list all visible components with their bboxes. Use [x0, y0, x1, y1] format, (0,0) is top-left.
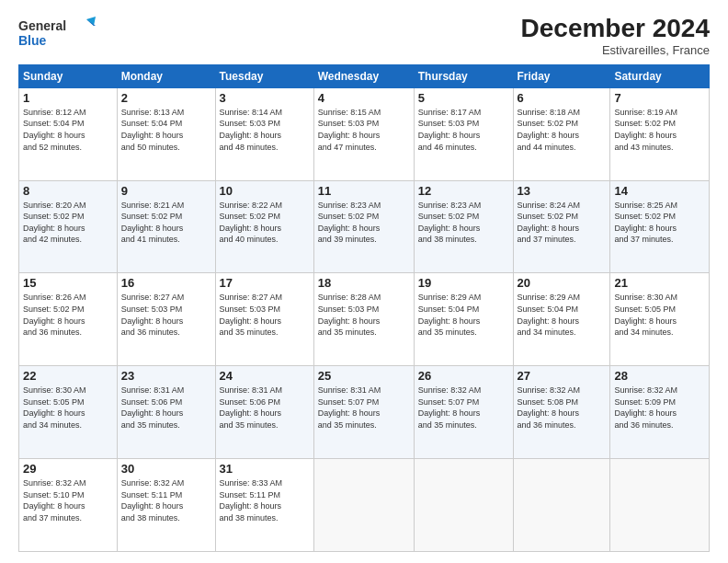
table-row — [414, 459, 513, 552]
logo-svg: General Blue — [18, 15, 101, 52]
table-row: 19Sunrise: 8:29 AMSunset: 5:04 PMDayligh… — [414, 273, 513, 366]
table-row: 27Sunrise: 8:32 AMSunset: 5:08 PMDayligh… — [513, 366, 610, 459]
logo: General Blue — [18, 15, 101, 52]
table-row: 24Sunrise: 8:31 AMSunset: 5:06 PMDayligh… — [215, 366, 313, 459]
col-saturday: Saturday — [610, 64, 710, 87]
table-row: 22Sunrise: 8:30 AMSunset: 5:05 PMDayligh… — [19, 366, 118, 459]
table-row: 13Sunrise: 8:24 AMSunset: 5:02 PMDayligh… — [513, 180, 610, 273]
table-row: 4Sunrise: 8:15 AMSunset: 5:03 PMDaylight… — [313, 87, 414, 180]
table-row: 5Sunrise: 8:17 AMSunset: 5:03 PMDaylight… — [414, 87, 513, 180]
subtitle: Estivareilles, France — [521, 43, 710, 57]
col-sunday: Sunday — [19, 64, 118, 87]
table-row — [610, 459, 710, 552]
header: General Blue December 2024 Estivareilles… — [18, 15, 710, 57]
table-row: 14Sunrise: 8:25 AMSunset: 5:02 PMDayligh… — [610, 180, 710, 273]
table-row: 6Sunrise: 8:18 AMSunset: 5:02 PMDaylight… — [513, 87, 610, 180]
table-row: 21Sunrise: 8:30 AMSunset: 5:05 PMDayligh… — [610, 273, 710, 366]
page: General Blue December 2024 Estivareilles… — [0, 0, 728, 563]
calendar: Sunday Monday Tuesday Wednesday Thursday… — [18, 64, 710, 552]
week-row-1: 1Sunrise: 8:12 AMSunset: 5:04 PMDaylight… — [19, 87, 710, 180]
table-row: 3Sunrise: 8:14 AMSunset: 5:03 PMDaylight… — [215, 87, 313, 180]
table-row: 26Sunrise: 8:32 AMSunset: 5:07 PMDayligh… — [414, 366, 513, 459]
table-row: 16Sunrise: 8:27 AMSunset: 5:03 PMDayligh… — [117, 273, 215, 366]
week-row-3: 15Sunrise: 8:26 AMSunset: 5:02 PMDayligh… — [19, 273, 710, 366]
col-thursday: Thursday — [414, 64, 513, 87]
col-monday: Monday — [117, 64, 215, 87]
week-row-4: 22Sunrise: 8:30 AMSunset: 5:05 PMDayligh… — [19, 366, 710, 459]
svg-marker-2 — [86, 17, 96, 26]
table-row: 11Sunrise: 8:23 AMSunset: 5:02 PMDayligh… — [313, 180, 414, 273]
table-row: 15Sunrise: 8:26 AMSunset: 5:02 PMDayligh… — [19, 273, 118, 366]
table-row — [313, 459, 414, 552]
table-row: 9Sunrise: 8:21 AMSunset: 5:02 PMDaylight… — [117, 180, 215, 273]
col-friday: Friday — [513, 64, 610, 87]
table-row: 29Sunrise: 8:32 AMSunset: 5:10 PMDayligh… — [19, 459, 118, 552]
table-row: 30Sunrise: 8:32 AMSunset: 5:11 PMDayligh… — [117, 459, 215, 552]
svg-text:General: General — [18, 18, 66, 33]
table-row: 31Sunrise: 8:33 AMSunset: 5:11 PMDayligh… — [215, 459, 313, 552]
table-row: 7Sunrise: 8:19 AMSunset: 5:02 PMDaylight… — [610, 87, 710, 180]
week-row-5: 29Sunrise: 8:32 AMSunset: 5:10 PMDayligh… — [19, 459, 710, 552]
month-title: December 2024 — [521, 15, 710, 43]
table-row — [513, 459, 610, 552]
title-block: December 2024 Estivareilles, France — [521, 15, 710, 57]
col-wednesday: Wednesday — [313, 64, 414, 87]
table-row: 8Sunrise: 8:20 AMSunset: 5:02 PMDaylight… — [19, 180, 118, 273]
table-row: 25Sunrise: 8:31 AMSunset: 5:07 PMDayligh… — [313, 366, 414, 459]
table-row: 20Sunrise: 8:29 AMSunset: 5:04 PMDayligh… — [513, 273, 610, 366]
table-row: 17Sunrise: 8:27 AMSunset: 5:03 PMDayligh… — [215, 273, 313, 366]
table-row: 18Sunrise: 8:28 AMSunset: 5:03 PMDayligh… — [313, 273, 414, 366]
table-row: 12Sunrise: 8:23 AMSunset: 5:02 PMDayligh… — [414, 180, 513, 273]
table-row: 28Sunrise: 8:32 AMSunset: 5:09 PMDayligh… — [610, 366, 710, 459]
table-row: 23Sunrise: 8:31 AMSunset: 5:06 PMDayligh… — [117, 366, 215, 459]
week-row-2: 8Sunrise: 8:20 AMSunset: 5:02 PMDaylight… — [19, 180, 710, 273]
svg-text:Blue: Blue — [18, 33, 47, 48]
table-row: 1Sunrise: 8:12 AMSunset: 5:04 PMDaylight… — [19, 87, 118, 180]
table-row: 2Sunrise: 8:13 AMSunset: 5:04 PMDaylight… — [117, 87, 215, 180]
col-tuesday: Tuesday — [215, 64, 313, 87]
weekday-header-row: Sunday Monday Tuesday Wednesday Thursday… — [19, 64, 710, 87]
table-row: 10Sunrise: 8:22 AMSunset: 5:02 PMDayligh… — [215, 180, 313, 273]
